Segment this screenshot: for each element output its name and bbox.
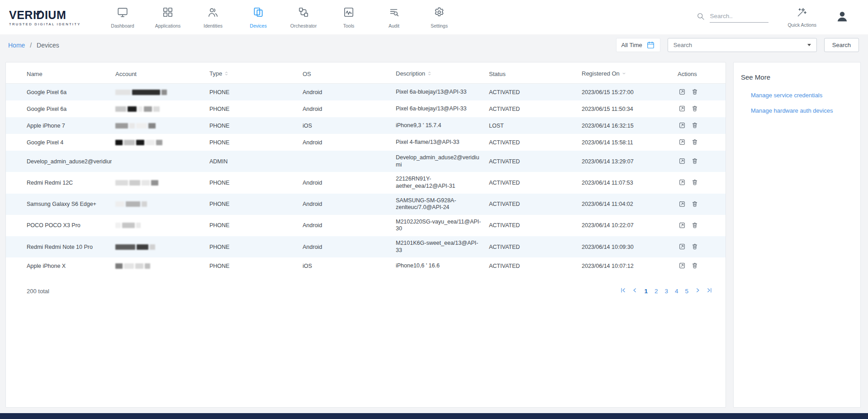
- open-device-log-button[interactable]: [678, 261, 687, 270]
- delete-device-button[interactable]: [690, 138, 699, 147]
- profile-button[interactable]: [835, 10, 849, 25]
- column-label: Name: [27, 71, 43, 77]
- description-cell: Pixel 4-flame/13@API-33: [392, 134, 485, 151]
- nav-item-settings[interactable]: Settings: [417, 0, 462, 34]
- os-cell: Android: [299, 84, 392, 101]
- device-log-icon: [678, 200, 686, 208]
- description-cell: SAMSUNG-SM-G928A-zenlteuc/7.0@API-24: [392, 194, 485, 215]
- os-cell: Android: [299, 194, 392, 215]
- trash-icon: [691, 262, 698, 269]
- page-number-1[interactable]: 1: [642, 287, 650, 295]
- page-number-2[interactable]: 2: [653, 287, 660, 295]
- delete-device-button[interactable]: [690, 242, 699, 251]
- actions-cell: [674, 134, 726, 151]
- device-name-cell: Google Pixel 4: [6, 134, 112, 151]
- column-header-os: OS: [299, 64, 392, 84]
- type-cell: PHONE: [206, 236, 299, 257]
- actions-cell: [674, 172, 726, 193]
- last-page-button[interactable]: [705, 286, 714, 296]
- registered-on-cell: 2023/06/14 10:07:12: [578, 257, 674, 274]
- delete-device-button[interactable]: [690, 157, 699, 166]
- column-label: Status: [489, 71, 506, 77]
- trash-icon: [691, 179, 698, 186]
- column-header-registered-on[interactable]: Registered On: [578, 64, 674, 84]
- redacted-account: [115, 89, 202, 95]
- delete-device-button[interactable]: [690, 200, 699, 209]
- status-cell: ACTIVATED: [485, 215, 578, 236]
- see-more-title: See More: [734, 73, 860, 81]
- account-cell: [112, 236, 206, 257]
- nav-item-dashboard[interactable]: Dashboard: [100, 0, 145, 34]
- open-device-log-button[interactable]: [678, 242, 687, 251]
- search-field-select[interactable]: Search: [668, 38, 817, 52]
- description-cell: Develop_admin_aduse2@veridiumi: [392, 151, 485, 172]
- global-search: [696, 12, 768, 23]
- delete-device-button[interactable]: [690, 87, 699, 96]
- see-more-links: Manage service credentialsManage hardwar…: [734, 92, 860, 114]
- os-cell: [299, 151, 392, 172]
- search-button[interactable]: Search: [824, 38, 859, 52]
- open-device-log-button[interactable]: [678, 138, 687, 147]
- page-number-3[interactable]: 3: [663, 287, 670, 295]
- calendar-icon: [646, 41, 655, 49]
- status-cell: ACTIVATED: [485, 257, 578, 274]
- os-cell: Android: [299, 134, 392, 151]
- device-name-cell: POCO POCO X3 Pro: [6, 215, 112, 236]
- table-footer: 200 total 12345: [6, 286, 726, 296]
- trash-icon: [691, 138, 698, 146]
- nav-item-orchestrator[interactable]: Orchestrator: [281, 0, 326, 34]
- tools-icon: [343, 6, 355, 20]
- page-number-4[interactable]: 4: [673, 287, 680, 295]
- see-more-link-manage-hardware-auth-devices[interactable]: Manage hardware auth devices: [734, 107, 860, 114]
- page-number-5[interactable]: 5: [683, 287, 690, 295]
- trash-icon: [691, 105, 698, 112]
- open-device-log-button[interactable]: [678, 200, 687, 209]
- see-more-link-manage-service-credentials[interactable]: Manage service credentials: [734, 92, 860, 99]
- account-cell: [112, 172, 206, 193]
- nav-item-audit[interactable]: Audit: [371, 0, 417, 34]
- delete-device-button[interactable]: [690, 121, 699, 130]
- table-row: Redmi Redmi Note 10 ProPHONEAndroidM2101…: [6, 236, 726, 257]
- breadcrumb-home-link[interactable]: Home: [8, 42, 25, 49]
- nav-item-identities[interactable]: Identities: [190, 0, 236, 34]
- column-label: Description: [396, 70, 425, 77]
- global-search-input[interactable]: [710, 13, 768, 19]
- delete-device-button[interactable]: [690, 221, 699, 230]
- column-header-description[interactable]: Description: [392, 64, 485, 84]
- main-nav: DashboardApplicationsIdentitiesDevicesOr…: [100, 0, 462, 34]
- type-cell: PHONE: [206, 172, 299, 193]
- nav-item-applications[interactable]: Applications: [145, 0, 190, 34]
- open-device-log-button[interactable]: [678, 87, 687, 96]
- table-header-row: NameAccountTypeOSDescriptionStatusRegist…: [6, 64, 726, 84]
- search-icon[interactable]: [696, 12, 705, 23]
- devices-table-card: NameAccountTypeOSDescriptionStatusRegist…: [5, 62, 726, 408]
- device-name-cell: Samsung Galaxy S6 Edge+: [6, 194, 112, 215]
- trash-icon: [691, 122, 698, 129]
- open-device-log-button[interactable]: [678, 221, 687, 230]
- delete-device-button[interactable]: [690, 261, 699, 270]
- nav-item-devices[interactable]: Devices: [236, 0, 281, 34]
- registered-on-cell: 2023/06/14 10:22:07: [578, 215, 674, 236]
- open-device-log-button[interactable]: [678, 104, 687, 113]
- redacted-account: [115, 123, 202, 129]
- nav-item-label: Settings: [431, 23, 448, 29]
- open-device-log-button[interactable]: [678, 178, 687, 187]
- column-header-type[interactable]: Type: [206, 64, 299, 84]
- first-page-button[interactable]: [619, 286, 627, 296]
- open-device-log-button[interactable]: [678, 157, 687, 166]
- next-page-button[interactable]: [693, 286, 702, 296]
- prev-page-button[interactable]: [631, 286, 639, 296]
- redacted-account: [115, 106, 202, 112]
- registered-on-cell: 2023/06/14 10:09:30: [578, 236, 674, 257]
- delete-device-button[interactable]: [690, 104, 699, 113]
- table-row: POCO POCO X3 ProPHONEAndroidM2102J20SG-v…: [6, 215, 726, 236]
- open-device-log-button[interactable]: [678, 121, 687, 130]
- time-range-filter[interactable]: All Time: [616, 38, 660, 52]
- status-cell: ACTIVATED: [485, 100, 578, 117]
- delete-device-button[interactable]: [690, 178, 699, 187]
- quick-actions-button[interactable]: Quick Actions: [787, 7, 816, 28]
- table-row: Apple iPhone 7PHONEiOSiPhone9,3 ' 15.7.4…: [6, 117, 726, 134]
- nav-item-tools[interactable]: Tools: [326, 0, 371, 34]
- sort-both-icon: [427, 71, 432, 77]
- os-cell: iOS: [299, 257, 392, 274]
